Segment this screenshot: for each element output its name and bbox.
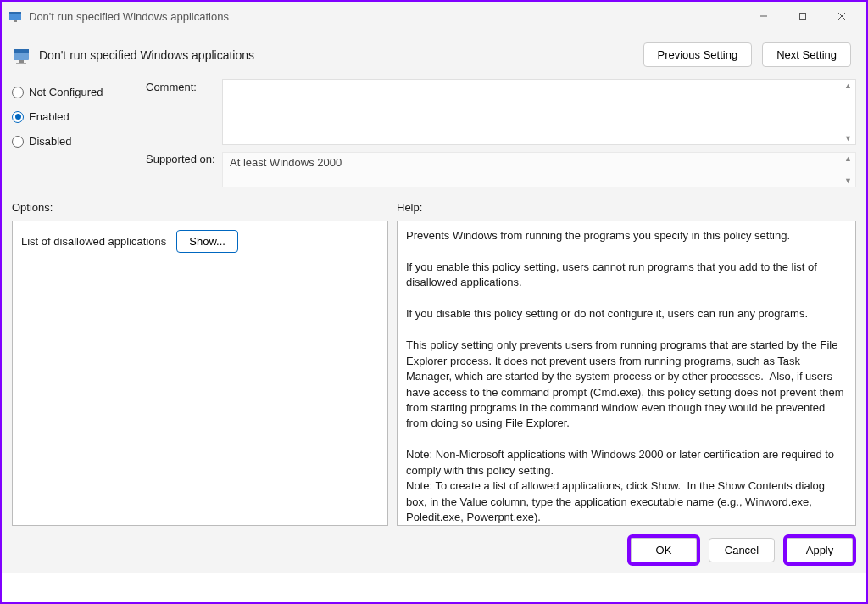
bottom-bar: OK Cancel Apply: [2, 528, 866, 573]
field-labels: Comment: Supported on:: [146, 79, 222, 187]
config-section: Not Configured Enabled Disabled Comment:…: [2, 74, 866, 196]
previous-setting-button[interactable]: Previous Setting: [643, 42, 753, 67]
scroll-down-icon[interactable]: ▼: [844, 134, 852, 143]
panes: List of disallowed applications Show... …: [2, 219, 866, 528]
svg-rect-2: [14, 20, 17, 22]
scroll-up-icon[interactable]: ▲: [844, 154, 852, 163]
svg-rect-9: [19, 60, 24, 63]
policy-icon: [12, 45, 32, 65]
svg-rect-8: [14, 49, 29, 53]
ok-button[interactable]: OK: [631, 538, 697, 562]
options-line: List of disallowed applications: [21, 235, 166, 248]
pane-labels: Options: Help:: [2, 196, 866, 219]
radio-icon: [12, 87, 24, 98]
radio-enabled[interactable]: Enabled: [12, 110, 146, 123]
comment-field[interactable]: ▲ ▼: [222, 79, 856, 145]
radio-disabled[interactable]: Disabled: [12, 135, 146, 148]
help-label: Help:: [397, 201, 422, 214]
comment-label: Comment:: [146, 79, 222, 93]
options-label: Options:: [12, 201, 397, 214]
maximize-button[interactable]: [783, 3, 822, 29]
window-controls: [744, 3, 861, 29]
radio-icon: [12, 111, 24, 123]
radio-not-configured[interactable]: Not Configured: [12, 86, 146, 98]
svg-rect-1: [9, 12, 21, 14]
app-icon: [8, 9, 22, 23]
help-text: Prevents Windows from running the progra…: [406, 228, 847, 526]
titlebar: Don't run specified Windows applications: [2, 2, 866, 31]
show-button[interactable]: Show...: [176, 230, 238, 253]
close-button[interactable]: [822, 3, 861, 29]
supported-field: At least Windows 2000 ▲ ▼: [222, 152, 856, 187]
minimize-button[interactable]: [744, 3, 783, 29]
cancel-button[interactable]: Cancel: [709, 538, 775, 562]
scroll-up-icon[interactable]: ▲: [844, 81, 852, 90]
apply-button[interactable]: Apply: [787, 538, 853, 562]
radio-icon: [12, 136, 24, 148]
window-title: Don't run specified Windows applications: [29, 10, 744, 23]
options-pane: List of disallowed applications Show...: [12, 221, 388, 526]
svg-rect-4: [800, 14, 806, 20]
state-radios: Not Configured Enabled Disabled: [12, 79, 146, 187]
help-pane[interactable]: Prevents Windows from running the progra…: [397, 221, 856, 526]
supported-value: At least Windows 2000: [230, 156, 342, 169]
header-row: Don't run specified Windows applications…: [2, 31, 866, 74]
field-values: ▲ ▼ At least Windows 2000 ▲ ▼: [222, 79, 856, 187]
supported-label: Supported on:: [146, 153, 222, 165]
radio-label: Disabled: [29, 135, 72, 148]
radio-label: Enabled: [29, 110, 70, 123]
svg-rect-10: [16, 63, 26, 64]
options-row: List of disallowed applications Show...: [21, 230, 379, 253]
next-setting-button[interactable]: Next Setting: [762, 42, 851, 67]
radio-label: Not Configured: [29, 86, 103, 98]
scroll-down-icon[interactable]: ▼: [844, 176, 852, 185]
page-title: Don't run specified Windows applications: [39, 48, 499, 62]
